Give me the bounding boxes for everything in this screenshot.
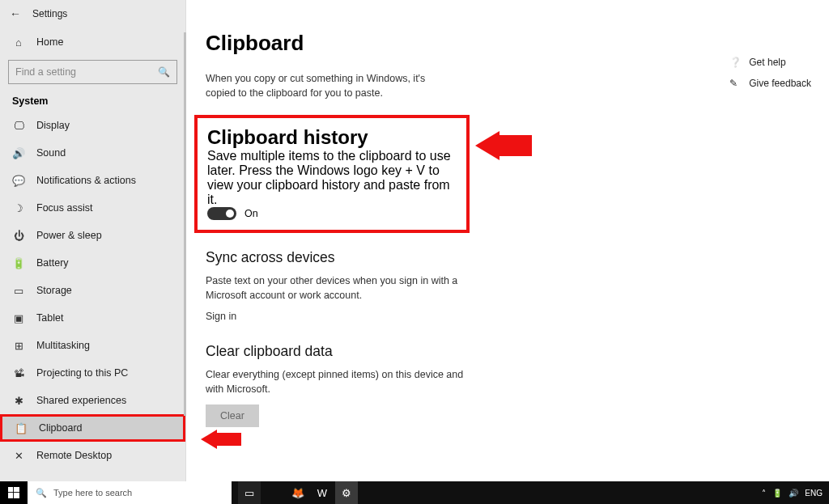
start-button[interactable] bbox=[0, 481, 28, 504]
firefox-icon[interactable]: 🦊 bbox=[287, 481, 309, 504]
clipboard-history-section: Clipboard history Save multiple items to… bbox=[194, 115, 470, 233]
power-icon: ⏻ bbox=[12, 230, 25, 242]
sidebar-item-display[interactable]: 🖵Display bbox=[0, 112, 185, 139]
get-help-link[interactable]: ❔ Get help bbox=[729, 57, 811, 68]
windows-logo-icon bbox=[8, 487, 19, 498]
history-toggle[interactable] bbox=[207, 207, 236, 220]
display-icon: 🖵 bbox=[12, 120, 25, 132]
task-view-icon[interactable]: ▭ bbox=[238, 481, 261, 504]
back-icon[interactable]: ← bbox=[10, 7, 21, 20]
sound-icon: 🔊 bbox=[12, 147, 25, 159]
svg-rect-0 bbox=[8, 487, 13, 492]
sync-desc: Paste text on your other devices when yo… bbox=[206, 274, 473, 303]
multitasking-icon: ⊞ bbox=[12, 340, 25, 352]
search-icon: 🔍 bbox=[36, 488, 47, 498]
volume-tray-icon[interactable]: 🔊 bbox=[789, 489, 798, 498]
sidebar-item-shared-experiences[interactable]: ✱Shared experiences bbox=[0, 387, 185, 414]
battery-tray-icon[interactable]: 🔋 bbox=[772, 489, 782, 498]
remote-icon: ✕ bbox=[12, 450, 25, 462]
help-icon: ❔ bbox=[729, 57, 741, 68]
give-feedback-link[interactable]: ✎ Give feedback bbox=[729, 78, 811, 89]
file-explorer-icon[interactable] bbox=[262, 481, 285, 504]
sidebar-item-storage[interactable]: ▭Storage bbox=[0, 277, 185, 304]
clear-button: Clear bbox=[206, 404, 259, 427]
clipboard-icon: 📋 bbox=[15, 422, 28, 434]
sidebar-item-sound[interactable]: 🔊Sound bbox=[0, 139, 185, 167]
clear-desc: Clear everything (except pinned items) o… bbox=[206, 368, 473, 396]
home-label: Home bbox=[36, 36, 63, 48]
svg-rect-1 bbox=[14, 487, 19, 492]
word-icon[interactable]: W bbox=[311, 481, 334, 504]
battery-icon: 🔋 bbox=[12, 257, 25, 269]
sidebar-item-clipboard[interactable]: 📋Clipboard bbox=[0, 414, 185, 442]
sidebar-item-multitasking[interactable]: ⊞Multitasking bbox=[0, 332, 185, 359]
settings-sidebar: ← Settings ⌂ Home 🔍 System 🖵Display 🔊Sou… bbox=[0, 0, 186, 481]
right-column: ❔ Get help ✎ Give feedback bbox=[729, 57, 811, 89]
sidebar-item-projecting[interactable]: 📽Projecting to this PC bbox=[0, 359, 185, 387]
clear-section: Clear clipboard data Clear everything (e… bbox=[206, 343, 473, 427]
sidebar-home[interactable]: ⌂ Home bbox=[0, 28, 185, 57]
shared-icon: ✱ bbox=[12, 395, 25, 407]
history-desc: Save multiple items to the clipboard to … bbox=[207, 149, 457, 207]
clear-heading: Clear clipboard data bbox=[206, 343, 473, 360]
page-intro: When you copy or cut something in Window… bbox=[206, 72, 457, 100]
app-title: Settings bbox=[32, 8, 67, 19]
nav-list: 🖵Display 🔊Sound 💬Notifications & actions… bbox=[0, 112, 185, 481]
home-icon: ⌂ bbox=[12, 36, 25, 49]
search-icon: 🔍 bbox=[158, 66, 170, 78]
sidebar-item-notifications[interactable]: 💬Notifications & actions bbox=[0, 167, 185, 194]
sidebar-item-remote-desktop[interactable]: ✕Remote Desktop bbox=[0, 442, 185, 469]
sidebar-item-focus-assist[interactable]: ☽Focus assist bbox=[0, 194, 185, 222]
history-heading: Clipboard history bbox=[207, 126, 457, 149]
sync-heading: Sync across devices bbox=[206, 249, 473, 266]
category-heading: System bbox=[0, 87, 185, 112]
sign-in-link[interactable]: Sign in bbox=[206, 311, 473, 322]
page-title: Clipboard bbox=[206, 31, 829, 56]
sidebar-item-battery[interactable]: 🔋Battery bbox=[0, 249, 185, 277]
settings-icon[interactable]: ⚙ bbox=[335, 481, 358, 504]
taskbar-search[interactable]: 🔍 Type here to search bbox=[28, 481, 232, 504]
projecting-icon: 📽 bbox=[12, 367, 25, 379]
history-toggle-state: On bbox=[244, 208, 258, 219]
focus-icon: ☽ bbox=[12, 202, 25, 214]
sidebar-item-tablet[interactable]: ▣Tablet bbox=[0, 304, 185, 332]
taskbar: 🔍 Type here to search ▭ 🦊 W ⚙ ˄ 🔋 🔊 ENG bbox=[0, 481, 829, 504]
svg-rect-3 bbox=[14, 493, 19, 498]
tray-chevron-icon[interactable]: ˄ bbox=[762, 489, 766, 498]
sidebar-item-power-sleep[interactable]: ⏻Power & sleep bbox=[0, 222, 185, 249]
search-box[interactable]: 🔍 bbox=[8, 60, 177, 84]
tablet-icon: ▣ bbox=[12, 312, 25, 324]
notifications-icon: 💬 bbox=[12, 175, 25, 187]
search-input[interactable] bbox=[15, 66, 158, 78]
language-indicator[interactable]: ENG bbox=[805, 489, 823, 498]
feedback-icon: ✎ bbox=[729, 78, 741, 89]
storage-icon: ▭ bbox=[12, 285, 25, 297]
sync-section: Sync across devices Paste text on your o… bbox=[206, 249, 473, 322]
svg-rect-2 bbox=[8, 493, 13, 498]
